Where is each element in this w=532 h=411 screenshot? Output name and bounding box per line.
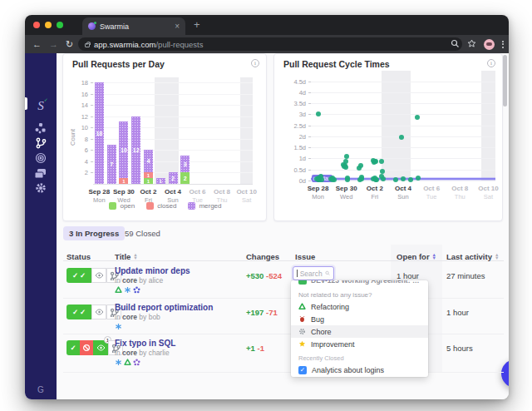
review-eye-button[interactable]: 1 <box>93 340 108 355</box>
asterisk-icon <box>115 359 122 366</box>
scatter-point[interactable] <box>408 177 413 182</box>
zoom-window-button[interactable] <box>57 22 63 28</box>
sort-arrows-icon[interactable]: ▲▼ <box>495 253 499 260</box>
review-eye-button[interactable] <box>91 305 106 319</box>
close-window-button[interactable] <box>33 22 40 28</box>
status-control: ✓✓ <box>66 268 121 283</box>
dropdown-closed-issue[interactable]: ✓Analytics about logins <box>291 363 428 377</box>
dropdown-option-chore[interactable]: Chore <box>291 325 428 338</box>
bar-value-label: 1 <box>122 179 125 184</box>
swarmia-logo-icon[interactable]: S <box>25 98 57 113</box>
changes-cell: +197 -71 <box>246 308 278 317</box>
flower-icon <box>133 286 140 294</box>
pr-meta: in core by charlie <box>115 349 239 357</box>
scatter-point[interactable] <box>373 177 378 182</box>
bar-segment-open[interactable]: 2 <box>180 172 190 184</box>
page-scrollbar-thumb[interactable] <box>503 55 507 106</box>
bar-segment-merged[interactable]: 3 <box>180 156 190 172</box>
text-caret <box>297 270 298 277</box>
browser-tab[interactable]: Swarmia × <box>82 17 185 35</box>
dropdown-option-refactoring[interactable]: Refactoring <box>291 300 428 313</box>
check-icon: ✓ <box>80 309 86 315</box>
recycle-icon <box>115 286 122 294</box>
profile-avatar[interactable] <box>484 39 495 50</box>
bar-segment-merged[interactable]: 4 <box>144 150 153 172</box>
checkbox-checked-icon[interactable]: ✓ <box>298 366 307 374</box>
changes-cell: +530 -524 <box>246 271 282 280</box>
address-bar[interactable]: app.swarmia.com/pull-requests <box>78 37 462 51</box>
scatter-point[interactable] <box>316 111 321 116</box>
sort-arrows-icon[interactable]: ▲▼ <box>133 253 137 260</box>
url-path: /pull-requests <box>155 40 203 49</box>
column-header-label: Changes <box>246 252 279 261</box>
scatter-point[interactable] <box>316 177 321 182</box>
column-header-title[interactable]: Title▲▼ <box>115 248 138 263</box>
tab-close-icon[interactable]: × <box>175 22 180 31</box>
forward-icon[interactable]: → <box>49 39 58 49</box>
bar-segment-merged[interactable]: 10 <box>119 121 128 178</box>
minimize-window-button[interactable] <box>45 22 52 28</box>
bar-segment-closed[interactable]: 1 <box>119 178 128 184</box>
checks-status-button[interactable]: ✓ <box>66 340 80 355</box>
dropdown-item-issue[interactable]: DEV-123 Working Agreement: PR Time to Fi <box>291 280 428 288</box>
bar-segment-merged[interactable]: 18 <box>95 82 104 184</box>
checks-status-button[interactable]: ✓✓ <box>66 305 91 319</box>
option-label: Improvement <box>311 340 355 349</box>
sidebar-item-working-agreements[interactable] <box>25 152 57 167</box>
pr-title-link[interactable]: Update minor deps <box>115 266 239 275</box>
scatter-point[interactable] <box>345 177 350 182</box>
issue-search-input[interactable]: Search <box>293 266 334 280</box>
window-controls <box>33 22 63 28</box>
browser-toolbar: ← → ↻ app.swarmia.com/pull-requests <box>25 35 509 53</box>
bar-segment-open[interactable]: 1 <box>144 178 153 184</box>
check-icon: ✓ <box>72 272 78 279</box>
sidebar-item-team-overview[interactable] <box>25 122 57 137</box>
issue-type-icon <box>298 280 307 285</box>
asterisk-icon <box>124 286 131 294</box>
column-header-last-activity[interactable]: Last activity▲▼ <box>446 248 499 263</box>
sidebar-bottom-icon[interactable]: G <box>25 385 57 394</box>
bar-segment-merged[interactable]: 7 <box>107 145 116 184</box>
back-icon[interactable]: ← <box>32 39 42 49</box>
lock-icon <box>85 43 90 47</box>
column-header-changes: Changes <box>246 248 279 263</box>
recycle-icon <box>298 303 306 310</box>
reload-icon[interactable]: ↻ <box>66 39 73 50</box>
bar-segment-merged[interactable]: 2 <box>169 172 178 184</box>
sidebar-item-pull-requests[interactable] <box>25 137 57 152</box>
review-eye-button[interactable] <box>91 268 106 283</box>
dropdown-option-improvement[interactable]: Improvement <box>291 338 428 350</box>
blocked-status-button[interactable] <box>80 340 93 355</box>
sidebar-item-settings[interactable] <box>25 182 57 197</box>
app-sidebar: S G <box>25 53 57 399</box>
bookmark-star-icon[interactable] <box>467 37 476 52</box>
star-icon <box>298 340 306 348</box>
recycle-icon <box>124 359 131 366</box>
eye-icon <box>95 309 104 315</box>
search-icon[interactable] <box>451 37 460 52</box>
bar-value-label: 1 <box>147 179 150 184</box>
column-header-open-for[interactable]: Open for▲▼ <box>397 248 436 263</box>
scatter-point[interactable] <box>357 177 362 182</box>
scatter-point[interactable] <box>344 154 349 159</box>
sidebar-item-repositories[interactable] <box>25 167 57 182</box>
scatter-point[interactable] <box>343 165 348 170</box>
sort-arrows-icon[interactable]: ▲▼ <box>432 253 436 260</box>
title-cell: Build report optimizationin core by bob <box>115 303 239 330</box>
block-icon <box>82 344 91 352</box>
pr-title-link[interactable]: Build report optimization <box>115 303 239 312</box>
pr-title-link[interactable]: Fix typo in SQL <box>115 339 239 348</box>
browser-tabstrip: Swarmia × + <box>25 15 509 35</box>
bar-segment-closed[interactable]: 1 <box>144 172 153 178</box>
dropdown-option-bug[interactable]: Bug <box>291 313 428 325</box>
bar-segment-merged[interactable]: 1 <box>156 178 165 184</box>
additions: +1 <box>246 344 255 353</box>
new-tab-button[interactable]: + <box>194 19 200 31</box>
bar-segment-merged[interactable]: 12 <box>131 116 140 184</box>
title-cell: Fix typo in SQLin core by charlie <box>115 339 239 366</box>
scatter-point[interactable] <box>373 159 378 164</box>
browser-menu-icon[interactable] <box>502 41 504 48</box>
bar-value-label: 12 <box>133 147 140 153</box>
checks-status-button[interactable]: ✓✓ <box>66 268 91 283</box>
pull-request-table: StatusTitle▲▼ChangesIssueOpen for▲▼Last … <box>57 53 509 399</box>
